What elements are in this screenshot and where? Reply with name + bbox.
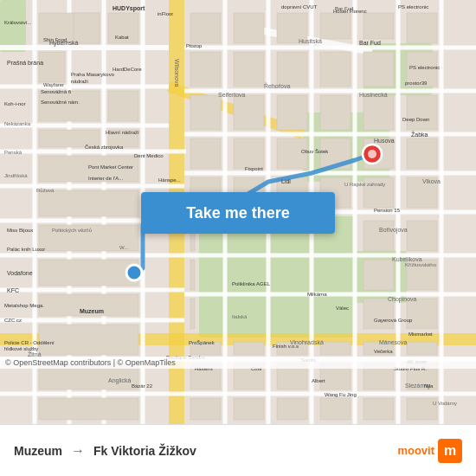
svg-rect-74: [190, 138, 221, 169]
svg-text:HardDeCore: HardDeCore: [113, 67, 142, 72]
svg-text:Bázár 22: Bázár 22: [132, 383, 153, 389]
svg-rect-49: [39, 190, 138, 216]
svg-rect-89: [363, 221, 394, 251]
svg-text:Praha Masarykovo: Praha Masarykovo: [71, 72, 115, 77]
svg-rect-70: [277, 95, 307, 130]
svg-text:Vodafone: Vodafone: [7, 270, 33, 276]
svg-rect-109: [277, 398, 307, 420]
svg-rect-41: [39, 52, 65, 82]
svg-rect-62: [190, 52, 221, 87]
svg-rect-1: [199, 216, 355, 338]
svg-text:Hánspe...: Hánspe...: [158, 177, 181, 183]
svg-rect-91: [363, 260, 394, 290]
svg-text:Růžová: Růžová: [36, 188, 55, 193]
svg-rect-4: [0, 0, 26, 52]
svg-text:Pitstop: Pitstop: [186, 43, 203, 48]
svg-rect-93: [363, 299, 394, 329]
svg-text:Palác knih Luxor: Palác knih Luxor: [7, 247, 45, 252]
svg-rect-42: [74, 13, 100, 43]
svg-text:Seifertova: Seifertova: [218, 92, 246, 98]
svg-text:Pension 15: Pension 15: [374, 208, 401, 213]
svg-rect-56: [190, 13, 221, 43]
svg-rect-51: [39, 260, 138, 286]
svg-text:Anglická: Anglická: [108, 377, 132, 384]
svg-rect-72: [363, 95, 394, 130]
svg-text:Žabka: Žabka: [411, 131, 428, 138]
svg-text:Shin Food: Shin Food: [43, 37, 67, 42]
svg-rect-96: [234, 342, 264, 355]
origin-label: Muzeum: [14, 444, 62, 458]
svg-text:Fixpoint: Fixpoint: [245, 166, 263, 171]
svg-text:Bořivojova: Bořivojova: [379, 227, 408, 234]
svg-text:Bar Fud: Bar Fud: [335, 6, 353, 11]
svg-text:prostor39: prostor39: [405, 80, 428, 86]
svg-text:Kabat: Kabat: [115, 35, 129, 40]
svg-text:PS electronic: PS electronic: [409, 65, 440, 70]
svg-text:Česká zbrojovka: Česká zbrojovka: [85, 145, 124, 150]
svg-text:Panská: Panská: [4, 150, 23, 155]
svg-text:Policie CR - Oddělení: Policie CR - Oddělení: [4, 340, 55, 345]
svg-text:Pont Market Center: Pont Market Center: [88, 164, 133, 170]
svg-text:Interier de l'A...: Interier de l'A...: [88, 176, 123, 181]
svg-text:CZC.cz: CZC.cz: [4, 318, 22, 323]
svg-text:Husova: Husova: [374, 138, 395, 144]
svg-rect-98: [320, 342, 351, 355]
svg-rect-73: [407, 95, 437, 130]
svg-text:Albert: Albert: [312, 378, 325, 383]
svg-rect-57: [234, 13, 264, 43]
svg-text:Finish v.o.s: Finish v.o.s: [273, 344, 299, 349]
svg-rect-110: [320, 398, 351, 420]
svg-text:Wang Fu Jing: Wang Fu Jing: [325, 392, 357, 397]
svg-rect-108: [234, 398, 264, 420]
svg-text:Mánesova: Mánesova: [379, 339, 407, 345]
svg-point-202: [368, 150, 376, 158]
svg-rect-90: [407, 221, 437, 251]
svg-text:U Rajské zahrady: U Rajské zahrady: [344, 182, 385, 187]
svg-text:Gayerová Group: Gayerová Group: [374, 318, 413, 323]
svg-text:hldkové služby: hldkové služby: [4, 346, 38, 351]
moovit-icon: m: [438, 439, 462, 463]
svg-text:Nila: Nila: [424, 383, 434, 389]
svg-rect-59: [320, 13, 351, 39]
svg-text:W...: W...: [119, 245, 129, 250]
svg-text:Miss Bijoux: Miss Bijoux: [7, 228, 33, 233]
svg-text:Bar Fud: Bar Fud: [359, 40, 381, 46]
svg-text:ProŠpánek: ProŠpánek: [189, 340, 215, 345]
svg-text:Nekázanka: Nekázanka: [4, 121, 31, 126]
svg-text:Dent Medico: Dent Medico: [134, 153, 164, 158]
svg-text:Řehořova: Řehořova: [264, 82, 290, 89]
svg-rect-75: [234, 138, 264, 169]
svg-text:Milkárna: Milkárna: [307, 292, 327, 297]
svg-text:Deep Down: Deep Down: [402, 117, 429, 122]
moovit-logo: moovit m: [397, 439, 462, 463]
svg-rect-45: [108, 91, 138, 121]
svg-text:Lidl: Lidl: [281, 178, 291, 184]
svg-rect-71: [320, 95, 351, 130]
svg-rect-88: [190, 299, 195, 329]
svg-text:dopravní CVUT: dopravní CVUT: [281, 4, 318, 10]
svg-rect-68: [190, 95, 221, 130]
svg-rect-69: [234, 95, 264, 130]
svg-rect-107: [190, 398, 221, 420]
svg-text:Obuv Šotek: Obuv Šotek: [301, 149, 329, 154]
svg-text:Husinecká: Husinecká: [359, 92, 388, 98]
svg-text:PS electronic: PS electronic: [398, 4, 428, 10]
map-attribution: © OpenStreetMap contributors | © OpenMap…: [0, 357, 476, 369]
svg-text:Senovážná 6: Senovážná 6: [41, 89, 72, 94]
take-me-there-button[interactable]: Take me there: [141, 192, 335, 234]
bottom-bar: Muzeum → Fk Viktoria Žižkov moovit m: [0, 424, 476, 476]
svg-rect-66: [363, 52, 394, 87]
svg-rect-65: [320, 52, 351, 87]
svg-rect-60: [363, 13, 394, 39]
svg-text:Chopinova: Chopinova: [388, 296, 417, 303]
svg-text:HUDYsport: HUDYsport: [113, 5, 145, 12]
svg-rect-94: [407, 299, 437, 329]
svg-text:Politických vězňů: Politických vězňů: [52, 228, 92, 233]
svg-rect-44: [39, 91, 100, 121]
svg-rect-111: [363, 398, 394, 420]
svg-text:Kubelíkova: Kubelíkova: [392, 256, 422, 262]
svg-text:Křížkovského: Křížkovského: [405, 262, 437, 267]
svg-text:Jindřišská: Jindřišská: [4, 173, 28, 178]
svg-text:KFC: KFC: [7, 287, 19, 293]
svg-text:inFloor: inFloor: [158, 11, 173, 16]
